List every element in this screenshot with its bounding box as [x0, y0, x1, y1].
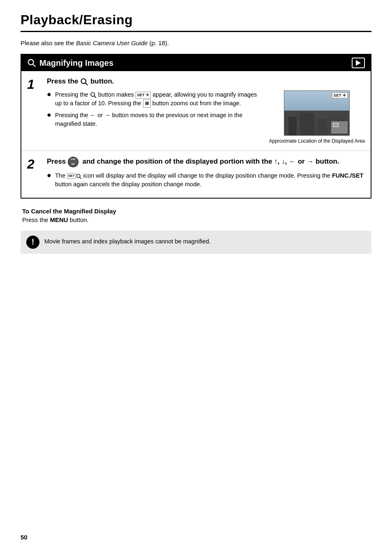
step-1-text: ● Pressing the button makes SET ✛ appear… — [47, 90, 263, 132]
step-1-body: ● Pressing the button makes SET ✛ appear… — [47, 90, 365, 145]
image-caption: Approximate Location of the Displayed Ar… — [269, 138, 365, 145]
set-badge-image: SET ✛ — [332, 93, 348, 98]
step-2-bullet-text: The SET icon will display and the displa… — [55, 171, 365, 189]
step-1-image-area: SET ✛ Approximate Location of the Displa… — [269, 90, 365, 145]
bullet-dot-2: ● — [47, 111, 53, 119]
bullet-dot-3: ● — [47, 171, 53, 180]
cancel-section: To Cancel the Magnified Display Press th… — [21, 208, 371, 223]
or-text-1: or — [97, 112, 103, 118]
cancel-body-pre: Press the — [22, 216, 50, 223]
step-2-heading: Press FUNC SET and change the position o… — [47, 157, 365, 167]
step-2: 2 Press FUNC SET and change the position… — [21, 151, 371, 198]
mini-map — [331, 121, 348, 134]
intro-text: Please also see the Basic Camera User Gu… — [21, 39, 371, 46]
playback-triangle — [356, 60, 361, 66]
zoom-out-btn-icon: ⊞ — [143, 99, 151, 108]
svg-point-0 — [28, 60, 34, 65]
section-title: Magnifying Images — [39, 58, 113, 68]
magnify-icon — [27, 58, 36, 67]
func-set-button-icon: FUNC SET — [68, 157, 78, 167]
step-1-bullet-2: ● Pressing the ← or → button moves to th… — [47, 111, 263, 128]
page-title: Playback/Erasing — [21, 12, 371, 32]
section-header: Magnifying Images — [21, 55, 371, 71]
warning-icon: ! — [26, 236, 39, 249]
step-1-bullet-2-text: Pressing the ← or → button moves to the … — [55, 111, 263, 128]
magnify-small-icon — [76, 173, 82, 179]
svg-point-4 — [91, 93, 95, 96]
step-2-bullet: ● The SET icon will display and the disp… — [47, 171, 365, 189]
mini-map-inner — [333, 123, 339, 127]
steps-container: 1 Press the button. ● Pressing the butto… — [21, 71, 371, 198]
section-box: Magnifying Images 1 Press the button. ● — [21, 54, 371, 199]
cancel-body: Press the MENU button. — [22, 216, 370, 223]
step-1-content: Press the button. ● Pressing the button … — [47, 77, 365, 145]
intro-suffix: (p. 18). — [148, 39, 169, 46]
step-2-content: Press FUNC SET and change the position o… — [47, 157, 365, 192]
step-1-heading: Press the button. — [47, 77, 365, 86]
svg-line-5 — [94, 96, 96, 97]
func-set-label: FUNC./SET — [332, 172, 364, 179]
or-text-2: or — [298, 157, 305, 165]
cancel-title: To Cancel the Magnified Display — [22, 208, 370, 215]
camera-preview-image: SET ✛ — [284, 90, 350, 136]
menu-label: MENU — [50, 216, 68, 223]
step-2-text: ● The SET icon will display and the disp… — [47, 171, 365, 189]
svg-line-3 — [85, 83, 88, 85]
step-1-number: 1 — [27, 78, 43, 91]
svg-line-7 — [80, 177, 81, 179]
bullet-dot-1: ● — [47, 90, 53, 99]
svg-point-6 — [76, 174, 80, 178]
magnify-inline-icon — [90, 92, 97, 98]
step-1: 1 Press the button. ● Pressing the butto… — [21, 71, 371, 151]
step-2-number: 2 — [27, 157, 43, 171]
magnify-btn-icon — [80, 78, 88, 86]
svg-point-2 — [81, 79, 86, 83]
step-1-bullet-1: ● Pressing the button makes SET ✛ appear… — [47, 90, 263, 108]
playback-mode-icon — [352, 58, 365, 68]
page-number: 50 — [21, 534, 28, 541]
warning-text: Movie frames and index playback images c… — [44, 236, 211, 246]
cancel-body-post: button. — [68, 216, 89, 223]
building-2 — [317, 119, 327, 135]
section-header-title: Magnifying Images — [27, 58, 113, 68]
svg-line-1 — [33, 64, 35, 67]
step-1-bullet-1-text: Pressing the button makes SET ✛ appear, … — [55, 90, 263, 108]
intro-book-title: Basic Camera User Guide — [76, 39, 148, 46]
warning-box: ! Movie frames and index playback images… — [21, 231, 371, 254]
set-q-badge: SET — [67, 173, 76, 179]
intro-prefix: Please also see the — [21, 39, 76, 46]
set-badge-inline: SET ✛ — [136, 92, 151, 99]
